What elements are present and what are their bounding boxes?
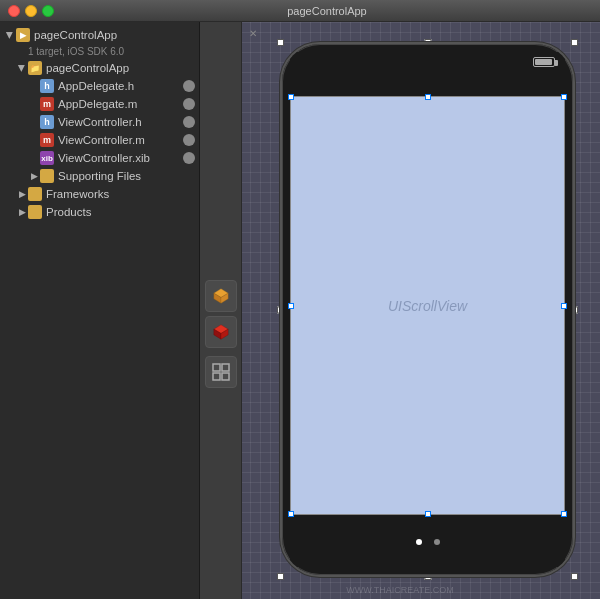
svg-rect-7 (222, 364, 229, 371)
sidebar-item-label: Products (46, 206, 91, 218)
window-title: pageControlApp (62, 5, 592, 17)
screen-handle-tm[interactable] (425, 94, 431, 100)
badge-icon (183, 152, 195, 164)
object-library-button[interactable] (205, 280, 237, 312)
spacer (28, 152, 40, 164)
scroll-view-label: UIScrollView (388, 298, 467, 314)
iphone-mockup: UIScrollView (280, 42, 575, 577)
folder-icon (28, 187, 42, 201)
maximize-button[interactable] (42, 5, 54, 17)
sidebar-item-root-project[interactable]: ▶ ▶ pageControlApp (0, 26, 199, 44)
h-file-icon: h (40, 79, 54, 93)
grid-icon (211, 362, 231, 382)
sidebar-item-label: pageControlApp (34, 29, 117, 41)
sidebar-item-products[interactable]: ▶ Products (0, 203, 199, 221)
xib-file-icon: xib (40, 151, 54, 165)
folder-icon: 📁 (28, 61, 42, 75)
sidebar-item-viewcontroller-h[interactable]: h ViewController.h (0, 113, 199, 131)
cube-red-icon (211, 322, 231, 342)
sidebar-item-viewcontroller-xib[interactable]: xib ViewController.xib (0, 149, 199, 167)
svg-rect-8 (213, 373, 220, 380)
iphone-screen[interactable]: UIScrollView (290, 96, 565, 515)
screen-handle-ml[interactable] (288, 303, 294, 309)
folder-icon: ▶ (16, 28, 30, 42)
folder-icon (40, 169, 54, 183)
grid-layout-button[interactable] (205, 356, 237, 388)
resize-handle-bl[interactable] (277, 573, 284, 580)
resize-handle-tr[interactable] (571, 39, 578, 46)
watermark: WWW.THAICREATE.COM (346, 585, 453, 595)
resize-handle-tl[interactable] (277, 39, 284, 46)
close-button[interactable] (8, 5, 20, 17)
canvas-area: ✕ (200, 22, 600, 599)
sidebar-item-label: ViewController.xib (58, 152, 150, 164)
iphone-body: UIScrollView (280, 42, 575, 577)
sidebar-item-appdelegate-m[interactable]: m AppDelegate.m (0, 95, 199, 113)
arrow-icon: ▶ (28, 170, 40, 182)
badge-icon (183, 134, 195, 146)
screen-handle-tl[interactable] (288, 94, 294, 100)
spacer (28, 80, 40, 92)
spacer (28, 98, 40, 110)
cube-orange-icon (211, 286, 231, 306)
svg-rect-6 (213, 364, 220, 371)
status-bar (290, 52, 565, 72)
badge-icon (183, 116, 195, 128)
folder-icon (28, 205, 42, 219)
sidebar-item-label: ViewController.h (58, 116, 142, 128)
arrow-icon: ▶ (16, 62, 28, 74)
ib-toolbar (200, 22, 242, 599)
sidebar-item-label: Frameworks (46, 188, 109, 200)
sidebar-item-label: AppDelegate.m (58, 98, 137, 110)
sidebar-item-frameworks[interactable]: ▶ Frameworks (0, 185, 199, 203)
canvas-close-button[interactable]: ✕ (246, 26, 260, 40)
m-file-icon: m (40, 133, 54, 147)
m-file-icon: m (40, 97, 54, 111)
sidebar-subtitle: 1 target, iOS SDK 6.0 (0, 44, 199, 59)
screen-handle-tr[interactable] (561, 94, 567, 100)
title-bar: pageControlApp (0, 0, 600, 22)
minimize-button[interactable] (25, 5, 37, 17)
spacer (28, 134, 40, 146)
red-cube-button[interactable] (205, 316, 237, 348)
sidebar-item-group[interactable]: ▶ 📁 pageControlApp (0, 59, 199, 77)
screen-handle-mr[interactable] (561, 303, 567, 309)
sidebar-item-viewcontroller-m[interactable]: m ViewController.m (0, 131, 199, 149)
arrow-icon: ▶ (16, 188, 28, 200)
sidebar-item-label: ViewController.m (58, 134, 145, 146)
spacer (28, 116, 40, 128)
main-layout: ▶ ▶ pageControlApp 1 target, iOS SDK 6.0… (0, 22, 600, 599)
arrow-icon: ▶ (16, 206, 28, 218)
sidebar-item-appdelegate-h[interactable]: h AppDelegate.h (0, 77, 199, 95)
arrow-icon: ▶ (4, 29, 16, 41)
sidebar-item-label: pageControlApp (46, 62, 129, 74)
home-area (290, 517, 565, 567)
page-dot-2 (434, 539, 440, 545)
traffic-lights (8, 5, 54, 17)
resize-handle-br[interactable] (571, 573, 578, 580)
sidebar: ▶ ▶ pageControlApp 1 target, iOS SDK 6.0… (0, 22, 200, 599)
sidebar-item-supporting-files[interactable]: ▶ Supporting Files (0, 167, 199, 185)
badge-icon (183, 98, 195, 110)
svg-rect-9 (222, 373, 229, 380)
page-dot-1 (416, 539, 422, 545)
battery-icon (533, 57, 555, 67)
h-file-icon: h (40, 115, 54, 129)
sidebar-item-label: Supporting Files (58, 170, 141, 182)
badge-icon (183, 80, 195, 92)
sidebar-item-label: AppDelegate.h (58, 80, 134, 92)
